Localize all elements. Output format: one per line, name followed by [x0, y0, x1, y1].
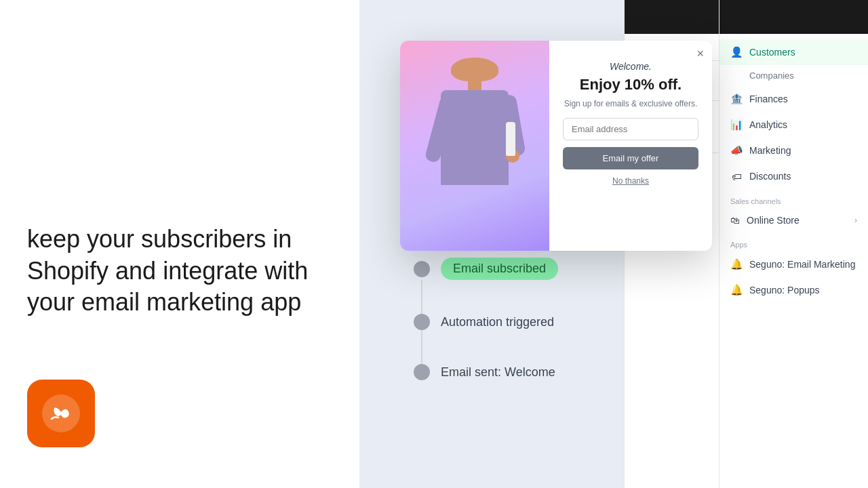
flow-label-3: Email sent: Welcome — [441, 365, 555, 380]
sidebar-item-marketing[interactable]: 📣 Marketing — [719, 138, 868, 163]
email-offer-popup: × Welcome. Enjoy 10% off. Sign up for em… — [400, 41, 712, 251]
arrow-icon: › — [854, 216, 857, 225]
flow-connector-1 — [421, 280, 422, 314]
sidebar-discounts-label: Discounts — [749, 171, 791, 182]
flow-connector-2 — [421, 330, 422, 364]
discounts-icon: 🏷 — [730, 170, 743, 182]
sidebar-finances-label: Finances — [749, 94, 788, 104]
sidebar-analytics-label: Analytics — [749, 119, 787, 130]
marketing-icon: 📣 — [730, 144, 743, 157]
sidebar-item-companies[interactable]: Companies — [719, 65, 868, 86]
analytics-icon: 📊 — [730, 119, 743, 131]
finances-icon: 🏦 — [730, 93, 743, 105]
sidebar-item-online-store[interactable]: 🛍 Online Store › — [719, 208, 868, 232]
seguno-email-label: Seguno: Email Marketing — [749, 259, 855, 270]
sidebar-header — [719, 0, 868, 34]
flow-dot-2 — [414, 314, 430, 330]
shopify-sidebar: 👤 Customers Companies 🏦 Finances 📊 Analy… — [719, 0, 868, 488]
sidebar-item-finances[interactable]: 🏦 Finances — [719, 86, 868, 112]
popup-content: × Welcome. Enjoy 10% off. Sign up for em… — [549, 41, 712, 251]
person-illustration — [400, 41, 549, 251]
customers-icon: 👤 — [730, 46, 743, 58]
sidebar-customers-label: Customers — [749, 47, 795, 58]
seguno-popups-label: Seguno: Popups — [749, 285, 820, 296]
sidebar-item-discounts[interactable]: 🏷 Discounts — [719, 163, 868, 189]
segment-header — [625, 0, 719, 34]
online-store-icon: 🛍 — [730, 215, 740, 226]
sales-channels-label: Sales channels — [719, 189, 868, 208]
email-offer-button[interactable]: Email my offer — [563, 147, 698, 169]
popup-subtitle: Sign up for emails & exclusive offers. — [564, 99, 698, 108]
email-input[interactable] — [563, 118, 698, 140]
app-icon — [27, 380, 95, 447]
seguno-popups-icon: 🔔 — [730, 284, 743, 296]
online-store-label: Online Store — [747, 215, 800, 226]
sidebar-item-customers[interactable]: 👤 Customers — [719, 39, 868, 65]
flow-dot-3 — [414, 364, 430, 380]
flow-item-1: Email subscribed — [414, 258, 558, 280]
seguno-email-icon: 🔔 — [730, 258, 743, 270]
sidebar-item-analytics[interactable]: 📊 Analytics — [719, 112, 868, 138]
flow-dot-1 — [414, 261, 430, 277]
sidebar-item-seguno-email[interactable]: 🔔 Seguno: Email Marketing — [719, 251, 868, 277]
companies-label: Companies — [749, 70, 794, 81]
flow-item-3: Email sent: Welcome — [414, 364, 555, 380]
popup-image — [400, 41, 549, 251]
flow-label-1: Email subscribed — [441, 258, 558, 280]
sidebar-nav: 👤 Customers Companies 🏦 Finances 📊 Analy… — [719, 34, 868, 308]
flow-label-2: Automation triggered — [441, 315, 554, 329]
tagline: keep your subscribers in Shopify and int… — [27, 224, 332, 319]
flow-item-2: Automation triggered — [414, 314, 554, 330]
sidebar-marketing-label: Marketing — [749, 145, 791, 156]
automation-flow: Email subscribed Automation triggered Em… — [414, 258, 558, 380]
close-button[interactable]: × — [696, 47, 704, 60]
no-thanks-button[interactable]: No thanks — [612, 176, 649, 186]
apps-label: Apps — [719, 232, 868, 251]
sidebar-item-seguno-popups[interactable]: 🔔 Seguno: Popups — [719, 277, 868, 303]
right-panel: × Welcome. Enjoy 10% off. Sign up for em… — [359, 0, 868, 488]
popup-welcome-text: Welcome. — [610, 61, 652, 72]
left-panel: keep your subscribers in Shopify and int… — [0, 0, 359, 488]
popup-title: Enjoy 10% off. — [580, 76, 682, 94]
